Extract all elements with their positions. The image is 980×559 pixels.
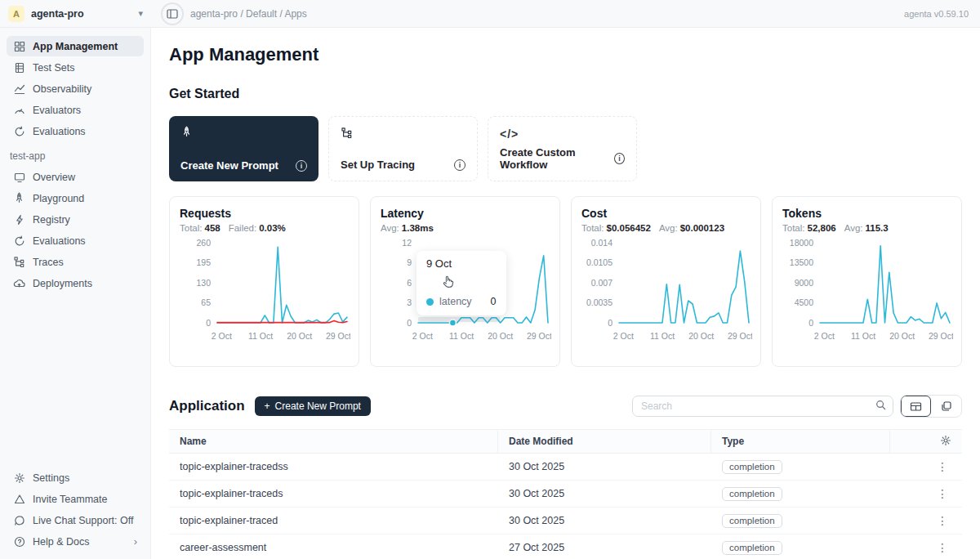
actions-cell: ⋮ [890,460,962,473]
card-view-button[interactable] [931,396,961,417]
svg-text:29 Oct: 29 Oct [527,331,551,341]
chevron-down-icon: ▾ [138,8,143,19]
app-name-cell: topic-explainer-traceds [169,488,498,499]
sidebar-item-playground[interactable]: Playground [7,188,144,208]
info-icon[interactable]: i [614,153,625,164]
svg-text:11 Oct: 11 Oct [650,331,675,341]
chart-stats: Avg:1.38ms [381,223,550,233]
sidebar-item-invite-teammate[interactable]: Invite Teammate [7,489,144,509]
table-header-row: NameDate ModifiedType [169,429,962,454]
sidebar-item-evaluations[interactable]: Evaluations [7,230,144,251]
svg-text:130: 130 [196,278,211,288]
get-started-cards: Create New PromptiSet Up Tracingi</>Crea… [169,116,962,181]
tooltip-date: 9 Oct [426,257,497,270]
grid-icon [13,40,25,52]
sidebar-item-settings[interactable]: Settings [7,467,144,488]
row-menu-button[interactable]: ⋮ [933,487,951,500]
sidebar-item-label: Playground [33,193,84,204]
breadcrumb[interactable]: agenta-pro / Default / Apps [190,8,307,20]
requests-chart-card: Requests Total:458Failed:0.03% 260195130… [169,196,359,367]
sidebar-item-evaluators[interactable]: Evaluators [7,100,144,120]
svg-text:195: 195 [196,257,211,267]
svg-text:2 Oct: 2 Oct [613,331,634,341]
svg-text:11 Oct: 11 Oct [851,331,875,341]
svg-text:9000: 9000 [795,278,814,288]
table-view-button[interactable] [901,396,931,417]
help-icon [13,535,25,548]
svg-text:65: 65 [201,297,211,307]
chart-stats: Total:52,806Avg:115.3 [782,223,951,233]
table-settings-icon[interactable] [940,435,951,449]
column-header-name: Name [169,430,498,453]
cost-chart[interactable]: 0.0140.01050.0070.003502 Oct11 Oct20 Oct… [581,236,751,352]
sidebar: App ManagementTest SetsObservabilityEval… [0,28,151,559]
svg-text:4500: 4500 [795,297,814,307]
sidebar-item-evaluations[interactable]: Evaluations [7,121,144,141]
refresh-icon [13,235,25,247]
sidebar-item-live-chat-support-off[interactable]: Live Chat Support: Off [7,510,144,530]
table-view-icon [910,400,922,413]
get-started-title: Get Started [169,87,962,101]
tokens-chart-card: Tokens Total:52,806Avg:115.3 18000135009… [772,196,962,367]
info-icon[interactable]: i [296,160,307,172]
rocket-icon [13,192,25,204]
row-menu-button[interactable]: ⋮ [933,460,951,473]
card-label: Set Up Tracing [341,159,415,171]
svg-text:0: 0 [206,318,211,328]
create-button-label: Create New Prompt [275,400,361,412]
table-row[interactable]: topic-explainer-traceds30 Oct 2025comple… [169,481,962,508]
chart-stat: Total:52,806 [782,223,836,233]
observability-icon [13,83,25,95]
search-input[interactable] [641,400,875,412]
set-up-tracing-card[interactable]: Set Up Tracingi [328,116,478,181]
svg-text:13500: 13500 [790,257,813,267]
chart-stat: Avg:$0.000123 [659,223,724,233]
column-header-type: Type [711,430,890,453]
table-row[interactable]: career-assessment27 Oct 2025completion⋮ [169,534,962,559]
app-name-cell: topic-explainer-traced [169,515,498,526]
sidebar-item-label: Deployments [33,278,92,289]
gauge-icon [13,104,25,116]
workspace-switcher[interactable]: A agenta-pro ▾ [0,6,151,22]
create-custom-workflow-card[interactable]: </>Create Custom Workflowi [488,116,637,181]
svg-text:6: 6 [407,278,412,288]
sidebar-item-observability[interactable]: Observability [7,78,144,99]
sidebar-toggle-button[interactable] [161,2,184,25]
svg-text:0.014: 0.014 [591,238,612,248]
sidebar-item-traces[interactable]: Traces [7,252,144,272]
sidebar-item-app-management[interactable]: App Management [7,36,144,56]
tooltip-series-label: latency [439,296,472,307]
row-menu-button[interactable]: ⋮ [933,514,951,527]
workspace-name: agenta-pro [31,8,131,20]
table-body: topic-explainer-tracedss30 Oct 2025compl… [169,454,962,559]
create-new-prompt-card[interactable]: Create New Prompti [169,116,318,181]
sidebar-item-overview[interactable]: Overview [7,167,144,187]
requests-chart[interactable]: 2601951306502 Oct11 Oct20 Oct29 Oct [180,236,349,352]
type-badge: completion [722,487,782,501]
type-badge: completion [722,460,782,474]
application-header: Application + Create New Prompt [169,395,962,418]
info-icon[interactable]: i [454,159,466,171]
create-new-prompt-button[interactable]: + Create New Prompt [255,396,371,416]
search-icon[interactable] [875,399,886,414]
chart-stat: Total:458 [180,223,220,233]
tokens-chart[interactable]: 18000135009000450002 Oct11 Oct20 Oct29 O… [782,236,951,352]
table-row[interactable]: topic-explainer-traced30 Oct 2025complet… [169,508,962,534]
svg-text:20 Oct: 20 Oct [688,331,714,341]
chart-stat: Avg:115.3 [844,223,889,233]
svg-text:2 Oct: 2 Oct [412,331,433,341]
sidebar-item-label: App Management [33,41,118,52]
sidebar-item-test-sets[interactable]: Test Sets [7,57,144,78]
type-cell: completion [711,460,890,474]
svg-text:2 Oct: 2 Oct [212,331,232,341]
sidebar-item-deployments[interactable]: Deployments [7,273,144,293]
svg-text:11 Oct: 11 Oct [248,331,273,341]
row-menu-button[interactable]: ⋮ [933,541,951,554]
sidebar-item-label: Evaluations [33,235,86,247]
card-label: Create Custom Workflow [500,146,614,171]
sidebar-item-help-docs[interactable]: Help & Docs› [7,531,144,552]
table-row[interactable]: topic-explainer-tracedss30 Oct 2025compl… [169,454,962,481]
sidebar-item-registry[interactable]: Registry [7,209,144,230]
sidebar-item-label: Traces [33,257,64,268]
svg-text:260: 260 [196,238,211,248]
